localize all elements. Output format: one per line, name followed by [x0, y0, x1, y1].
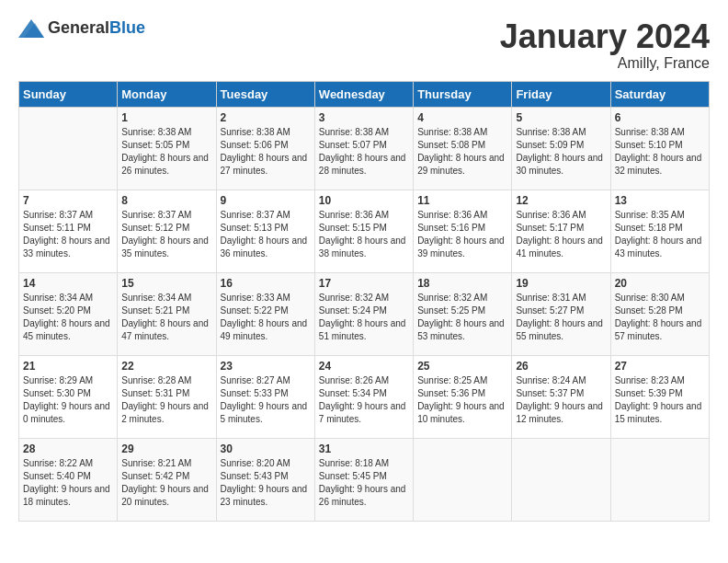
- calendar-cell: 29Sunrise: 8:21 AMSunset: 5:42 PMDayligh…: [118, 438, 216, 521]
- calendar-cell: 8Sunrise: 8:37 AMSunset: 5:12 PMDaylight…: [118, 190, 216, 272]
- day-info: Sunrise: 8:35 AMSunset: 5:18 PMDaylight:…: [615, 209, 705, 260]
- weekday-header-row: SundayMondayTuesdayWednesdayThursdayFrid…: [19, 81, 710, 107]
- day-number: 24: [319, 360, 409, 373]
- day-info: Sunrise: 8:18 AMSunset: 5:45 PMDaylight:…: [319, 457, 409, 509]
- day-number: 3: [319, 111, 409, 124]
- calendar-cell: 31Sunrise: 8:18 AMSunset: 5:45 PMDayligh…: [314, 438, 413, 521]
- day-number: 19: [516, 277, 606, 290]
- day-info: Sunrise: 8:32 AMSunset: 5:24 PMDaylight:…: [319, 292, 409, 343]
- day-info: Sunrise: 8:29 AMSunset: 5:30 PMDaylight:…: [23, 374, 113, 426]
- day-number: 26: [516, 360, 606, 373]
- weekday-header-sunday: Sunday: [19, 81, 118, 107]
- day-info: Sunrise: 8:36 AMSunset: 5:15 PMDaylight:…: [319, 209, 409, 260]
- calendar-cell: 30Sunrise: 8:20 AMSunset: 5:43 PMDayligh…: [216, 438, 314, 521]
- calendar-cell: 2Sunrise: 8:38 AMSunset: 5:06 PMDaylight…: [216, 107, 314, 190]
- calendar-week-row: 7Sunrise: 8:37 AMSunset: 5:11 PMDaylight…: [19, 190, 710, 272]
- day-info: Sunrise: 8:37 AMSunset: 5:12 PMDaylight:…: [121, 209, 211, 260]
- day-number: 27: [615, 360, 705, 373]
- month-title: January 2024: [500, 18, 710, 55]
- day-number: 8: [121, 194, 211, 207]
- day-info: Sunrise: 8:36 AMSunset: 5:17 PMDaylight:…: [516, 209, 606, 260]
- day-number: 10: [319, 194, 409, 207]
- calendar-cell: 25Sunrise: 8:25 AMSunset: 5:36 PMDayligh…: [414, 355, 512, 438]
- day-number: 29: [121, 442, 211, 455]
- day-number: 6: [615, 111, 705, 124]
- day-info: Sunrise: 8:38 AMSunset: 5:10 PMDaylight:…: [615, 126, 705, 178]
- day-info: Sunrise: 8:38 AMSunset: 5:09 PMDaylight:…: [516, 126, 606, 178]
- calendar-cell: [19, 107, 118, 190]
- calendar-cell: 12Sunrise: 8:36 AMSunset: 5:17 PMDayligh…: [512, 190, 610, 272]
- calendar-cell: 3Sunrise: 8:38 AMSunset: 5:07 PMDaylight…: [314, 107, 413, 190]
- calendar-cell: 6Sunrise: 8:38 AMSunset: 5:10 PMDaylight…: [610, 107, 709, 190]
- day-number: 17: [319, 277, 409, 290]
- day-number: 21: [23, 360, 113, 373]
- day-number: 7: [23, 194, 113, 207]
- calendar-cell: 20Sunrise: 8:30 AMSunset: 5:28 PMDayligh…: [610, 272, 709, 355]
- calendar-cell: 18Sunrise: 8:32 AMSunset: 5:25 PMDayligh…: [414, 272, 512, 355]
- day-number: 22: [121, 360, 211, 373]
- day-info: Sunrise: 8:22 AMSunset: 5:40 PMDaylight:…: [23, 457, 113, 509]
- day-number: 15: [121, 277, 211, 290]
- day-number: 2: [221, 111, 311, 124]
- calendar-cell: 23Sunrise: 8:27 AMSunset: 5:33 PMDayligh…: [216, 355, 314, 438]
- calendar-table: SundayMondayTuesdayWednesdayThursdayFrid…: [18, 81, 710, 522]
- day-number: 1: [121, 111, 211, 124]
- calendar-week-row: 1Sunrise: 8:38 AMSunset: 5:05 PMDaylight…: [19, 107, 710, 190]
- calendar-cell: 16Sunrise: 8:33 AMSunset: 5:22 PMDayligh…: [216, 272, 314, 355]
- weekday-header-wednesday: Wednesday: [314, 81, 413, 107]
- day-number: 18: [417, 277, 507, 290]
- calendar-cell: [414, 438, 512, 521]
- day-number: 11: [417, 194, 507, 207]
- logo-icon: [18, 19, 44, 38]
- day-info: Sunrise: 8:30 AMSunset: 5:28 PMDaylight:…: [615, 292, 705, 343]
- calendar-week-row: 28Sunrise: 8:22 AMSunset: 5:40 PMDayligh…: [19, 438, 710, 521]
- weekday-header-friday: Friday: [512, 81, 610, 107]
- day-info: Sunrise: 8:37 AMSunset: 5:13 PMDaylight:…: [221, 209, 311, 260]
- day-info: Sunrise: 8:21 AMSunset: 5:42 PMDaylight:…: [121, 457, 211, 509]
- day-info: Sunrise: 8:34 AMSunset: 5:21 PMDaylight:…: [121, 292, 211, 343]
- calendar-cell: 28Sunrise: 8:22 AMSunset: 5:40 PMDayligh…: [19, 438, 118, 521]
- calendar-cell: 15Sunrise: 8:34 AMSunset: 5:21 PMDayligh…: [118, 272, 216, 355]
- day-info: Sunrise: 8:37 AMSunset: 5:11 PMDaylight:…: [23, 209, 113, 260]
- calendar-cell: [610, 438, 709, 521]
- calendar-cell: 24Sunrise: 8:26 AMSunset: 5:34 PMDayligh…: [314, 355, 413, 438]
- calendar-cell: 9Sunrise: 8:37 AMSunset: 5:13 PMDaylight…: [216, 190, 314, 272]
- day-info: Sunrise: 8:38 AMSunset: 5:08 PMDaylight:…: [417, 126, 507, 178]
- day-info: Sunrise: 8:34 AMSunset: 5:20 PMDaylight:…: [23, 292, 113, 343]
- day-info: Sunrise: 8:38 AMSunset: 5:07 PMDaylight:…: [319, 126, 409, 178]
- calendar-cell: [512, 438, 610, 521]
- location-title: Amilly, France: [500, 55, 710, 72]
- day-number: 30: [221, 442, 311, 455]
- day-number: 20: [615, 277, 705, 290]
- day-info: Sunrise: 8:23 AMSunset: 5:39 PMDaylight:…: [615, 374, 705, 426]
- calendar-cell: 13Sunrise: 8:35 AMSunset: 5:18 PMDayligh…: [610, 190, 709, 272]
- day-number: 4: [417, 111, 507, 124]
- day-number: 14: [23, 277, 113, 290]
- day-info: Sunrise: 8:25 AMSunset: 5:36 PMDaylight:…: [417, 374, 507, 426]
- logo: GeneralBlue: [18, 18, 145, 38]
- calendar-cell: 27Sunrise: 8:23 AMSunset: 5:39 PMDayligh…: [610, 355, 709, 438]
- day-info: Sunrise: 8:36 AMSunset: 5:16 PMDaylight:…: [417, 209, 507, 260]
- day-info: Sunrise: 8:24 AMSunset: 5:37 PMDaylight:…: [516, 374, 606, 426]
- calendar-cell: 5Sunrise: 8:38 AMSunset: 5:09 PMDaylight…: [512, 107, 610, 190]
- day-number: 12: [516, 194, 606, 207]
- day-number: 23: [221, 360, 311, 373]
- day-number: 5: [516, 111, 606, 124]
- day-info: Sunrise: 8:31 AMSunset: 5:27 PMDaylight:…: [516, 292, 606, 343]
- weekday-header-monday: Monday: [118, 81, 216, 107]
- calendar-cell: 1Sunrise: 8:38 AMSunset: 5:05 PMDaylight…: [118, 107, 216, 190]
- day-number: 9: [221, 194, 311, 207]
- calendar-week-row: 21Sunrise: 8:29 AMSunset: 5:30 PMDayligh…: [19, 355, 710, 438]
- day-number: 16: [221, 277, 311, 290]
- day-number: 13: [615, 194, 705, 207]
- day-info: Sunrise: 8:28 AMSunset: 5:31 PMDaylight:…: [121, 374, 211, 426]
- day-number: 31: [319, 442, 409, 455]
- calendar-cell: 4Sunrise: 8:38 AMSunset: 5:08 PMDaylight…: [414, 107, 512, 190]
- title-area: January 2024 Amilly, France: [500, 18, 710, 72]
- calendar-cell: 19Sunrise: 8:31 AMSunset: 5:27 PMDayligh…: [512, 272, 610, 355]
- day-number: 25: [417, 360, 507, 373]
- calendar-cell: 22Sunrise: 8:28 AMSunset: 5:31 PMDayligh…: [118, 355, 216, 438]
- day-info: Sunrise: 8:33 AMSunset: 5:22 PMDaylight:…: [221, 292, 311, 343]
- logo-text: GeneralBlue: [48, 18, 145, 38]
- calendar-week-row: 14Sunrise: 8:34 AMSunset: 5:20 PMDayligh…: [19, 272, 710, 355]
